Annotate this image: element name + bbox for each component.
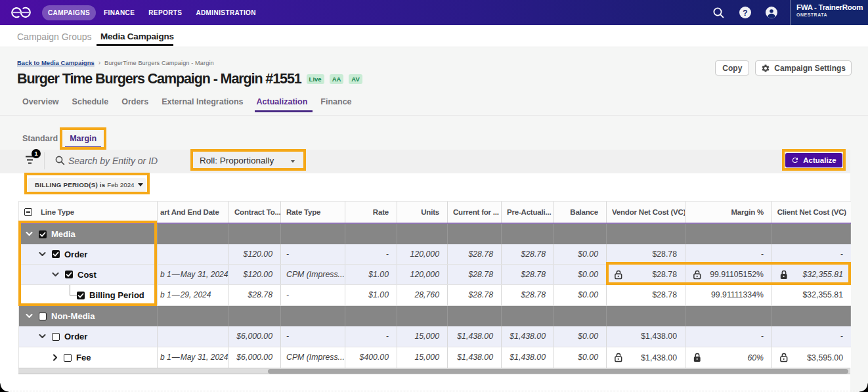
svg-text:?: ? [743, 9, 747, 18]
